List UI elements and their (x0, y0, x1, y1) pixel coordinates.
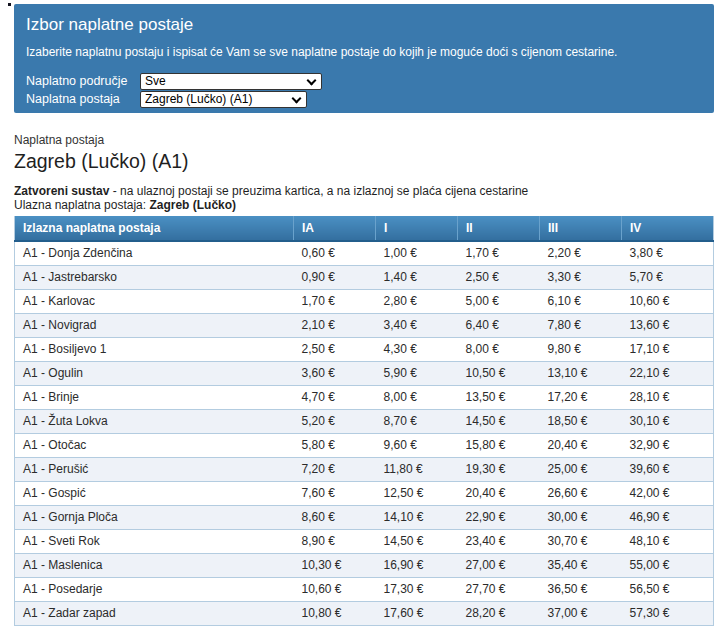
price-cell: 2,80 € (376, 289, 458, 313)
toll-prices-table: Izlazna naplatna postaja IA I II III IV … (14, 216, 714, 626)
price-cell: 8,90 € (294, 529, 376, 553)
table-row: A1 - Bosiljevo 12,50 €4,30 €8,00 €9,80 €… (15, 337, 714, 361)
table-row: A1 - Karlovac1,70 €2,80 €5,00 €6,10 €10,… (15, 289, 714, 313)
price-cell: 1,70 € (294, 289, 376, 313)
table-row: A1 - Gospić7,60 €12,50 €20,40 €26,60 €42… (15, 481, 714, 505)
column-header-category-ia: IA (294, 216, 376, 241)
toll-table-head: Izlazna naplatna postaja IA I II III IV (15, 216, 714, 241)
station-cell: A1 - Karlovac (15, 289, 294, 313)
station-cell: A1 - Maslenica (15, 553, 294, 577)
price-cell: 27,70 € (458, 577, 540, 601)
price-cell: 42,00 € (622, 481, 714, 505)
price-cell: 19,30 € (458, 457, 540, 481)
price-cell: 37,00 € (540, 601, 622, 625)
price-cell: 0,90 € (294, 265, 376, 289)
price-cell: 4,70 € (294, 385, 376, 409)
table-row: A1 - Novigrad2,10 €3,40 €6,40 €7,80 €13,… (15, 313, 714, 337)
field-row-area: Naplatno područje Sve (26, 72, 702, 90)
table-row: A1 - Ogulin3,60 €5,90 €10,50 €13,10 €22,… (15, 361, 714, 385)
price-cell: 30,10 € (622, 409, 714, 433)
station-cell: A1 - Donja Zdenčina (15, 241, 294, 265)
price-cell: 10,50 € (458, 361, 540, 385)
price-cell: 13,60 € (622, 313, 714, 337)
table-row: A1 - Perušić7,20 €11,80 €19,30 €25,00 €3… (15, 457, 714, 481)
price-cell: 39,60 € (622, 457, 714, 481)
station-cell: A1 - Jastrebarsko (15, 265, 294, 289)
station-cell: A1 - Otočac (15, 433, 294, 457)
price-cell: 30,70 € (540, 529, 622, 553)
price-cell: 10,60 € (622, 289, 714, 313)
price-cell: 57,30 € (622, 601, 714, 625)
toll-area-select-wrap: Sve (140, 73, 322, 90)
price-cell: 17,20 € (540, 385, 622, 409)
price-cell: 48,10 € (622, 529, 714, 553)
price-cell: 1,00 € (376, 241, 458, 265)
price-cell: 14,50 € (376, 529, 458, 553)
price-cell: 10,30 € (294, 553, 376, 577)
price-cell: 26,60 € (540, 481, 622, 505)
price-cell: 9,80 € (540, 337, 622, 361)
toll-station-picker-panel: Izbor naplatne postaje Izaberite naplatn… (14, 4, 714, 113)
column-header-exit-station: Izlazna naplatna postaja (15, 216, 294, 241)
price-cell: 5,80 € (294, 433, 376, 457)
price-cell: 10,60 € (294, 577, 376, 601)
price-cell: 28,10 € (622, 385, 714, 409)
price-cell: 30,00 € (540, 505, 622, 529)
table-row: A1 - Posedarje10,60 €17,30 €27,70 €36,50… (15, 577, 714, 601)
price-cell: 6,10 € (540, 289, 622, 313)
price-cell: 3,80 € (622, 241, 714, 265)
price-cell: 5,00 € (458, 289, 540, 313)
station-cell: A1 - Perušić (15, 457, 294, 481)
page-content: Izbor naplatne postaje Izaberite naplatn… (14, 4, 714, 626)
price-cell: 23,40 € (458, 529, 540, 553)
price-cell: 8,00 € (376, 385, 458, 409)
station-cell: A1 - Sveti Rok (15, 529, 294, 553)
toll-area-select[interactable]: Sve (140, 73, 322, 90)
station-cell: A1 - Ogulin (15, 361, 294, 385)
column-header-category-iv: IV (622, 216, 714, 241)
field-row-station: Naplatna postaja Zagreb (Lučko) (A1) (26, 90, 702, 108)
entry-station-value: Zagreb (Lučko) (149, 198, 236, 212)
price-cell: 28,20 € (458, 601, 540, 625)
price-cell: 3,30 € (540, 265, 622, 289)
price-cell: 0,60 € (294, 241, 376, 265)
header-row: Izlazna naplatna postaja IA I II III IV (15, 216, 714, 241)
price-cell: 56,50 € (622, 577, 714, 601)
price-cell: 46,90 € (622, 505, 714, 529)
station-eyebrow: Naplatna postaja (14, 133, 714, 147)
price-cell: 22,90 € (458, 505, 540, 529)
price-cell: 6,40 € (458, 313, 540, 337)
system-description: Zatvoreni sustav - na ulaznoj postaji se… (14, 184, 714, 198)
price-cell: 2,50 € (294, 337, 376, 361)
table-row: A1 - Sveti Rok8,90 €14,50 €23,40 €30,70 … (15, 529, 714, 553)
table-row: A1 - Maslenica10,30 €16,90 €27,00 €35,40… (15, 553, 714, 577)
price-cell: 8,60 € (294, 505, 376, 529)
table-row: A1 - Zadar zapad10,80 €17,60 €28,20 €37,… (15, 601, 714, 625)
panel-title: Izbor naplatne postaje (26, 14, 702, 35)
station-cell: A1 - Žuta Lokva (15, 409, 294, 433)
panel-subtitle: Izaberite naplatnu postaju i ispisat će … (26, 45, 702, 59)
price-cell: 5,70 € (622, 265, 714, 289)
price-cell: 22,10 € (622, 361, 714, 385)
station-cell: A1 - Posedarje (15, 577, 294, 601)
price-cell: 2,50 € (458, 265, 540, 289)
station-cell: A1 - Brinje (15, 385, 294, 409)
price-cell: 2,20 € (540, 241, 622, 265)
price-cell: 20,40 € (540, 433, 622, 457)
entry-station-line: Ulazna naplatna postaja: Zagreb (Lučko) (14, 198, 714, 212)
price-cell: 55,00 € (622, 553, 714, 577)
price-cell: 10,80 € (294, 601, 376, 625)
price-cell: 1,40 € (376, 265, 458, 289)
table-row: A1 - Gornja Ploča8,60 €14,10 €22,90 €30,… (15, 505, 714, 529)
price-cell: 1,70 € (458, 241, 540, 265)
entry-station-label: Ulazna naplatna postaja: (14, 198, 149, 212)
price-cell: 3,60 € (294, 361, 376, 385)
field-label-naplatna-postaja: Naplatna postaja (26, 92, 140, 106)
toll-station-select[interactable]: Zagreb (Lučko) (A1) (140, 91, 307, 108)
price-cell: 17,30 € (376, 577, 458, 601)
price-cell: 12,50 € (376, 481, 458, 505)
price-cell: 15,80 € (458, 433, 540, 457)
price-cell: 8,00 € (458, 337, 540, 361)
price-cell: 7,80 € (540, 313, 622, 337)
price-cell: 32,90 € (622, 433, 714, 457)
